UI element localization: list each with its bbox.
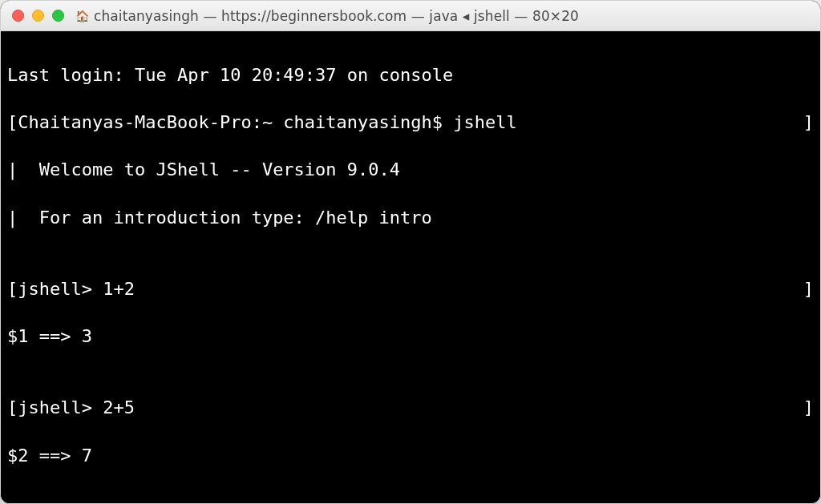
term-line: | Welcome to JShell -- Version 9.0.4 <box>7 158 814 182</box>
traffic-lights <box>12 10 64 22</box>
term-line: [jshell> 1+2] <box>7 277 814 301</box>
term-text: [Chaitanyas-MacBook-Pro:~ chaitanyasingh… <box>7 111 517 135</box>
terminal-window: 🏠 chaitanyasingh — https://beginnersbook… <box>0 0 821 504</box>
term-text: ] <box>803 111 814 135</box>
window-titlebar[interactable]: 🏠 chaitanyasingh — https://beginnersbook… <box>1 1 820 31</box>
window-title: chaitanyasingh — https://beginnersbook.c… <box>94 8 579 24</box>
zoom-icon[interactable] <box>52 10 64 22</box>
term-line: Last login: Tue Apr 10 20:49:37 on conso… <box>7 63 814 87</box>
home-icon: 🏠 <box>75 10 89 22</box>
minimize-icon[interactable] <box>32 10 44 22</box>
term-line: [jshell> 2+5] <box>7 396 814 420</box>
term-line: [Chaitanyas-MacBook-Pro:~ chaitanyasingh… <box>7 111 814 135</box>
term-line: $2 ==> 7 <box>7 444 814 468</box>
terminal-viewport[interactable]: Last login: Tue Apr 10 20:49:37 on conso… <box>1 31 820 503</box>
term-line: | For an introduction type: /help intro <box>7 206 814 230</box>
close-icon[interactable] <box>12 10 24 22</box>
term-text: [jshell> 2+5 <box>7 396 135 420</box>
term-line: $1 ==> 3 <box>7 325 814 349</box>
term-text: [jshell> 1+2 <box>7 277 135 301</box>
term-text: ] <box>803 396 814 420</box>
term-text: ] <box>803 277 814 301</box>
